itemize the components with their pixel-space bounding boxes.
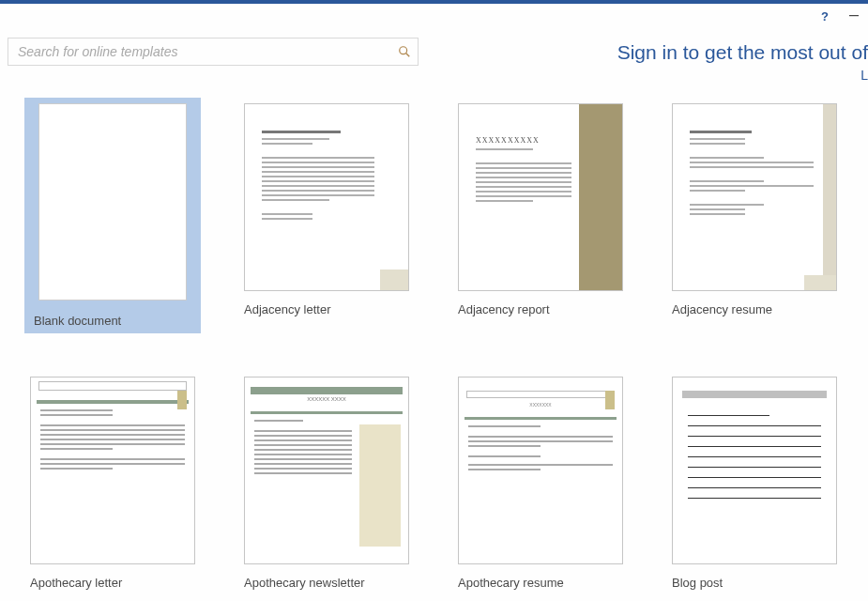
search-input[interactable]: [8, 39, 391, 65]
template-tile-adjacency-report[interactable]: XXXXXXXXXX Adjacency report: [458, 103, 623, 328]
search-button[interactable]: [391, 39, 418, 65]
template-label: Adjacency resume: [672, 302, 837, 316]
template-thumbnail: [38, 103, 187, 300]
minimize-icon[interactable]: –: [849, 9, 859, 19]
template-tile-blog-post[interactable]: Blog post: [672, 377, 837, 590]
template-thumbnail: XXXXXX XXXX: [244, 377, 409, 564]
template-thumbnail: [244, 103, 409, 291]
template-label: Adjacency letter: [244, 302, 409, 316]
template-thumbnail: [672, 377, 837, 564]
template-search-box[interactable]: [8, 38, 419, 66]
template-thumbnail: XXXXXXXXXX: [458, 103, 623, 291]
template-tile-adjacency-letter[interactable]: Adjacency letter: [244, 103, 409, 328]
template-tile-apothecary-letter[interactable]: Apothecary letter: [30, 377, 195, 590]
template-label: Blank document: [30, 314, 195, 328]
template-tile-blank-document[interactable]: Blank document: [24, 98, 201, 333]
template-thumbnail: [672, 103, 837, 291]
search-icon: [398, 45, 411, 58]
template-thumbnail: XXXXXXX: [458, 377, 623, 564]
sign-in-subtext[interactable]: L: [617, 68, 868, 83]
title-bar: ? –: [0, 4, 868, 28]
template-label: Apothecary resume: [458, 576, 623, 590]
help-icon[interactable]: ?: [821, 9, 829, 23]
template-tile-adjacency-resume[interactable]: Adjacency resume: [672, 103, 837, 328]
svg-line-1: [406, 54, 410, 57]
template-label: Apothecary letter: [30, 576, 195, 590]
template-thumbnail: [30, 377, 195, 564]
template-tile-apothecary-resume[interactable]: XXXXXXX Apothecary resume: [458, 377, 623, 590]
template-label: Blog post: [672, 576, 837, 590]
sign-in-text[interactable]: Sign in to get the most out of: [617, 41, 868, 64]
template-label: Adjacency report: [458, 302, 623, 316]
sign-in-prompt[interactable]: Sign in to get the most out of L: [617, 41, 868, 83]
template-label: Apothecary newsletter: [244, 576, 409, 590]
template-tile-apothecary-newsletter[interactable]: XXXXXX XXXX Apothecary newsletter: [244, 377, 409, 590]
svg-point-0: [400, 47, 407, 54]
template-gallery: Blank document Adjacency letter XXXXXXXX…: [0, 94, 868, 590]
